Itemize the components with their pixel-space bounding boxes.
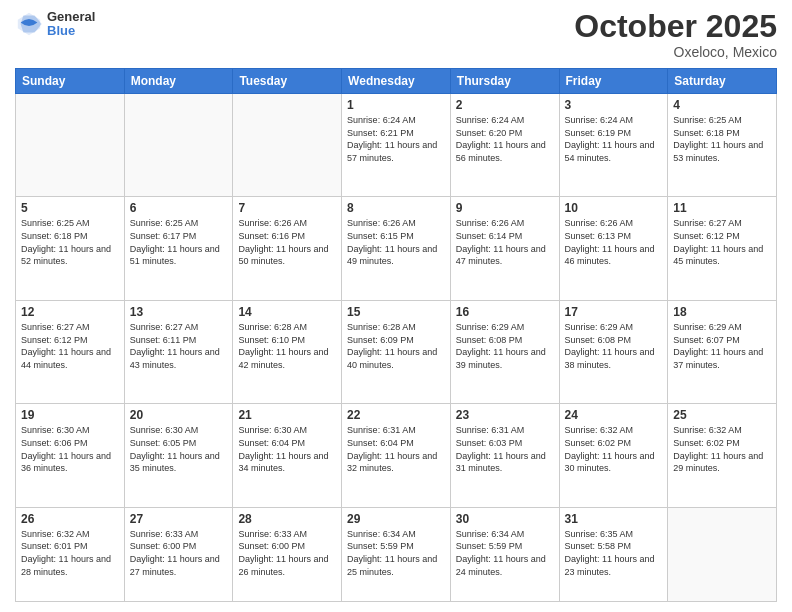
day-number: 26 bbox=[21, 512, 119, 526]
day-info: Sunrise: 6:25 AMSunset: 6:18 PMDaylight:… bbox=[21, 217, 119, 267]
day-info: Sunrise: 6:24 AMSunset: 6:20 PMDaylight:… bbox=[456, 114, 554, 164]
day-number: 9 bbox=[456, 201, 554, 215]
day-info: Sunrise: 6:34 AMSunset: 5:59 PMDaylight:… bbox=[347, 528, 445, 578]
day-info: Sunrise: 6:29 AMSunset: 6:08 PMDaylight:… bbox=[565, 321, 663, 371]
calendar-week-1: 1Sunrise: 6:24 AMSunset: 6:21 PMDaylight… bbox=[16, 94, 777, 197]
day-number: 12 bbox=[21, 305, 119, 319]
day-number: 14 bbox=[238, 305, 336, 319]
table-row: 28Sunrise: 6:33 AMSunset: 6:00 PMDayligh… bbox=[233, 507, 342, 601]
day-info: Sunrise: 6:35 AMSunset: 5:58 PMDaylight:… bbox=[565, 528, 663, 578]
day-info: Sunrise: 6:29 AMSunset: 6:07 PMDaylight:… bbox=[673, 321, 771, 371]
table-row: 22Sunrise: 6:31 AMSunset: 6:04 PMDayligh… bbox=[342, 404, 451, 507]
day-info: Sunrise: 6:28 AMSunset: 6:10 PMDaylight:… bbox=[238, 321, 336, 371]
table-row: 20Sunrise: 6:30 AMSunset: 6:05 PMDayligh… bbox=[124, 404, 233, 507]
table-row: 5Sunrise: 6:25 AMSunset: 6:18 PMDaylight… bbox=[16, 197, 125, 300]
day-number: 28 bbox=[238, 512, 336, 526]
month-title: October 2025 bbox=[574, 10, 777, 42]
day-number: 20 bbox=[130, 408, 228, 422]
logo-text: General Blue bbox=[47, 10, 95, 39]
table-row: 25Sunrise: 6:32 AMSunset: 6:02 PMDayligh… bbox=[668, 404, 777, 507]
table-row: 26Sunrise: 6:32 AMSunset: 6:01 PMDayligh… bbox=[16, 507, 125, 601]
day-number: 1 bbox=[347, 98, 445, 112]
table-row: 31Sunrise: 6:35 AMSunset: 5:58 PMDayligh… bbox=[559, 507, 668, 601]
logo-blue: Blue bbox=[47, 24, 95, 38]
day-info: Sunrise: 6:27 AMSunset: 6:11 PMDaylight:… bbox=[130, 321, 228, 371]
table-row bbox=[124, 94, 233, 197]
table-row bbox=[233, 94, 342, 197]
day-number: 10 bbox=[565, 201, 663, 215]
table-row: 16Sunrise: 6:29 AMSunset: 6:08 PMDayligh… bbox=[450, 300, 559, 403]
table-row: 18Sunrise: 6:29 AMSunset: 6:07 PMDayligh… bbox=[668, 300, 777, 403]
day-info: Sunrise: 6:26 AMSunset: 6:13 PMDaylight:… bbox=[565, 217, 663, 267]
table-row: 8Sunrise: 6:26 AMSunset: 6:15 PMDaylight… bbox=[342, 197, 451, 300]
table-row: 9Sunrise: 6:26 AMSunset: 6:14 PMDaylight… bbox=[450, 197, 559, 300]
col-friday: Friday bbox=[559, 69, 668, 94]
day-info: Sunrise: 6:33 AMSunset: 6:00 PMDaylight:… bbox=[238, 528, 336, 578]
table-row: 4Sunrise: 6:25 AMSunset: 6:18 PMDaylight… bbox=[668, 94, 777, 197]
day-number: 13 bbox=[130, 305, 228, 319]
col-saturday: Saturday bbox=[668, 69, 777, 94]
calendar-table: Sunday Monday Tuesday Wednesday Thursday… bbox=[15, 68, 777, 602]
day-number: 15 bbox=[347, 305, 445, 319]
page: General Blue October 2025 Oxeloco, Mexic… bbox=[0, 0, 792, 612]
table-row: 19Sunrise: 6:30 AMSunset: 6:06 PMDayligh… bbox=[16, 404, 125, 507]
calendar-week-5: 26Sunrise: 6:32 AMSunset: 6:01 PMDayligh… bbox=[16, 507, 777, 601]
day-info: Sunrise: 6:32 AMSunset: 6:02 PMDaylight:… bbox=[673, 424, 771, 474]
table-row: 15Sunrise: 6:28 AMSunset: 6:09 PMDayligh… bbox=[342, 300, 451, 403]
calendar-week-2: 5Sunrise: 6:25 AMSunset: 6:18 PMDaylight… bbox=[16, 197, 777, 300]
table-row: 23Sunrise: 6:31 AMSunset: 6:03 PMDayligh… bbox=[450, 404, 559, 507]
table-row: 3Sunrise: 6:24 AMSunset: 6:19 PMDaylight… bbox=[559, 94, 668, 197]
col-tuesday: Tuesday bbox=[233, 69, 342, 94]
day-number: 21 bbox=[238, 408, 336, 422]
day-number: 19 bbox=[21, 408, 119, 422]
table-row: 24Sunrise: 6:32 AMSunset: 6:02 PMDayligh… bbox=[559, 404, 668, 507]
day-info: Sunrise: 6:24 AMSunset: 6:19 PMDaylight:… bbox=[565, 114, 663, 164]
day-info: Sunrise: 6:24 AMSunset: 6:21 PMDaylight:… bbox=[347, 114, 445, 164]
day-info: Sunrise: 6:32 AMSunset: 6:02 PMDaylight:… bbox=[565, 424, 663, 474]
day-info: Sunrise: 6:31 AMSunset: 6:03 PMDaylight:… bbox=[456, 424, 554, 474]
day-number: 3 bbox=[565, 98, 663, 112]
day-info: Sunrise: 6:34 AMSunset: 5:59 PMDaylight:… bbox=[456, 528, 554, 578]
table-row: 14Sunrise: 6:28 AMSunset: 6:10 PMDayligh… bbox=[233, 300, 342, 403]
header: General Blue October 2025 Oxeloco, Mexic… bbox=[15, 10, 777, 60]
table-row: 30Sunrise: 6:34 AMSunset: 5:59 PMDayligh… bbox=[450, 507, 559, 601]
day-info: Sunrise: 6:29 AMSunset: 6:08 PMDaylight:… bbox=[456, 321, 554, 371]
table-row: 7Sunrise: 6:26 AMSunset: 6:16 PMDaylight… bbox=[233, 197, 342, 300]
table-row: 21Sunrise: 6:30 AMSunset: 6:04 PMDayligh… bbox=[233, 404, 342, 507]
day-number: 25 bbox=[673, 408, 771, 422]
day-info: Sunrise: 6:30 AMSunset: 6:04 PMDaylight:… bbox=[238, 424, 336, 474]
day-number: 8 bbox=[347, 201, 445, 215]
table-row: 1Sunrise: 6:24 AMSunset: 6:21 PMDaylight… bbox=[342, 94, 451, 197]
day-number: 16 bbox=[456, 305, 554, 319]
day-info: Sunrise: 6:33 AMSunset: 6:00 PMDaylight:… bbox=[130, 528, 228, 578]
day-info: Sunrise: 6:25 AMSunset: 6:18 PMDaylight:… bbox=[673, 114, 771, 164]
day-info: Sunrise: 6:25 AMSunset: 6:17 PMDaylight:… bbox=[130, 217, 228, 267]
calendar-week-4: 19Sunrise: 6:30 AMSunset: 6:06 PMDayligh… bbox=[16, 404, 777, 507]
table-row: 27Sunrise: 6:33 AMSunset: 6:00 PMDayligh… bbox=[124, 507, 233, 601]
day-number: 23 bbox=[456, 408, 554, 422]
logo: General Blue bbox=[15, 10, 95, 39]
col-thursday: Thursday bbox=[450, 69, 559, 94]
day-info: Sunrise: 6:30 AMSunset: 6:06 PMDaylight:… bbox=[21, 424, 119, 474]
day-number: 7 bbox=[238, 201, 336, 215]
day-number: 30 bbox=[456, 512, 554, 526]
table-row: 12Sunrise: 6:27 AMSunset: 6:12 PMDayligh… bbox=[16, 300, 125, 403]
day-info: Sunrise: 6:30 AMSunset: 6:05 PMDaylight:… bbox=[130, 424, 228, 474]
day-number: 18 bbox=[673, 305, 771, 319]
col-monday: Monday bbox=[124, 69, 233, 94]
day-info: Sunrise: 6:27 AMSunset: 6:12 PMDaylight:… bbox=[673, 217, 771, 267]
table-row: 2Sunrise: 6:24 AMSunset: 6:20 PMDaylight… bbox=[450, 94, 559, 197]
col-wednesday: Wednesday bbox=[342, 69, 451, 94]
day-number: 6 bbox=[130, 201, 228, 215]
location: Oxeloco, Mexico bbox=[574, 44, 777, 60]
day-number: 11 bbox=[673, 201, 771, 215]
day-number: 2 bbox=[456, 98, 554, 112]
day-number: 27 bbox=[130, 512, 228, 526]
day-number: 22 bbox=[347, 408, 445, 422]
day-number: 31 bbox=[565, 512, 663, 526]
table-row: 10Sunrise: 6:26 AMSunset: 6:13 PMDayligh… bbox=[559, 197, 668, 300]
day-number: 24 bbox=[565, 408, 663, 422]
logo-general: General bbox=[47, 10, 95, 24]
table-row: 11Sunrise: 6:27 AMSunset: 6:12 PMDayligh… bbox=[668, 197, 777, 300]
table-row: 29Sunrise: 6:34 AMSunset: 5:59 PMDayligh… bbox=[342, 507, 451, 601]
